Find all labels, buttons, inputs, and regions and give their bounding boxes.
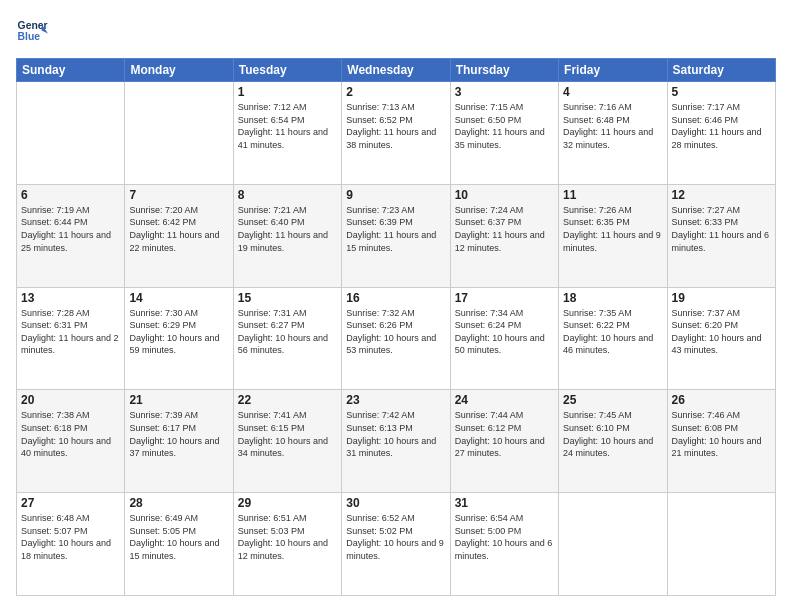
calendar-cell: 6Sunrise: 7:19 AM Sunset: 6:44 PM Daylig…	[17, 184, 125, 287]
calendar-cell: 12Sunrise: 7:27 AM Sunset: 6:33 PM Dayli…	[667, 184, 775, 287]
calendar-cell: 15Sunrise: 7:31 AM Sunset: 6:27 PM Dayli…	[233, 287, 341, 390]
day-number: 13	[21, 291, 120, 305]
calendar-cell: 28Sunrise: 6:49 AM Sunset: 5:05 PM Dayli…	[125, 493, 233, 596]
cell-content: Sunrise: 7:32 AM Sunset: 6:26 PM Dayligh…	[346, 307, 445, 357]
cell-content: Sunrise: 7:20 AM Sunset: 6:42 PM Dayligh…	[129, 204, 228, 254]
day-number: 23	[346, 393, 445, 407]
calendar-cell	[559, 493, 667, 596]
cell-content: Sunrise: 7:34 AM Sunset: 6:24 PM Dayligh…	[455, 307, 554, 357]
day-number: 14	[129, 291, 228, 305]
calendar-cell: 2Sunrise: 7:13 AM Sunset: 6:52 PM Daylig…	[342, 82, 450, 185]
day-number: 21	[129, 393, 228, 407]
cell-content: Sunrise: 7:15 AM Sunset: 6:50 PM Dayligh…	[455, 101, 554, 151]
header: GeneralBlue	[16, 16, 776, 48]
calendar-cell: 7Sunrise: 7:20 AM Sunset: 6:42 PM Daylig…	[125, 184, 233, 287]
calendar-cell: 3Sunrise: 7:15 AM Sunset: 6:50 PM Daylig…	[450, 82, 558, 185]
calendar-cell: 22Sunrise: 7:41 AM Sunset: 6:15 PM Dayli…	[233, 390, 341, 493]
day-number: 3	[455, 85, 554, 99]
day-number: 6	[21, 188, 120, 202]
cell-content: Sunrise: 6:54 AM Sunset: 5:00 PM Dayligh…	[455, 512, 554, 562]
cell-content: Sunrise: 7:38 AM Sunset: 6:18 PM Dayligh…	[21, 409, 120, 459]
week-row-3: 13Sunrise: 7:28 AM Sunset: 6:31 PM Dayli…	[17, 287, 776, 390]
cell-content: Sunrise: 7:16 AM Sunset: 6:48 PM Dayligh…	[563, 101, 662, 151]
cell-content: Sunrise: 7:41 AM Sunset: 6:15 PM Dayligh…	[238, 409, 337, 459]
cell-content: Sunrise: 7:21 AM Sunset: 6:40 PM Dayligh…	[238, 204, 337, 254]
weekday-header-row: SundayMondayTuesdayWednesdayThursdayFrid…	[17, 59, 776, 82]
week-row-5: 27Sunrise: 6:48 AM Sunset: 5:07 PM Dayli…	[17, 493, 776, 596]
week-row-1: 1Sunrise: 7:12 AM Sunset: 6:54 PM Daylig…	[17, 82, 776, 185]
cell-content: Sunrise: 7:17 AM Sunset: 6:46 PM Dayligh…	[672, 101, 771, 151]
logo-icon: GeneralBlue	[16, 16, 48, 48]
calendar-cell	[17, 82, 125, 185]
day-number: 7	[129, 188, 228, 202]
day-number: 31	[455, 496, 554, 510]
weekday-header-monday: Monday	[125, 59, 233, 82]
cell-content: Sunrise: 7:23 AM Sunset: 6:39 PM Dayligh…	[346, 204, 445, 254]
calendar-cell: 17Sunrise: 7:34 AM Sunset: 6:24 PM Dayli…	[450, 287, 558, 390]
day-number: 20	[21, 393, 120, 407]
calendar-cell	[667, 493, 775, 596]
day-number: 2	[346, 85, 445, 99]
day-number: 5	[672, 85, 771, 99]
day-number: 9	[346, 188, 445, 202]
cell-content: Sunrise: 7:12 AM Sunset: 6:54 PM Dayligh…	[238, 101, 337, 151]
weekday-header-wednesday: Wednesday	[342, 59, 450, 82]
cell-content: Sunrise: 6:48 AM Sunset: 5:07 PM Dayligh…	[21, 512, 120, 562]
svg-text:Blue: Blue	[18, 31, 41, 42]
cell-content: Sunrise: 7:46 AM Sunset: 6:08 PM Dayligh…	[672, 409, 771, 459]
calendar-cell: 31Sunrise: 6:54 AM Sunset: 5:00 PM Dayli…	[450, 493, 558, 596]
weekday-header-tuesday: Tuesday	[233, 59, 341, 82]
day-number: 12	[672, 188, 771, 202]
calendar-cell: 14Sunrise: 7:30 AM Sunset: 6:29 PM Dayli…	[125, 287, 233, 390]
calendar-cell: 19Sunrise: 7:37 AM Sunset: 6:20 PM Dayli…	[667, 287, 775, 390]
cell-content: Sunrise: 7:45 AM Sunset: 6:10 PM Dayligh…	[563, 409, 662, 459]
calendar-cell: 27Sunrise: 6:48 AM Sunset: 5:07 PM Dayli…	[17, 493, 125, 596]
calendar-cell: 25Sunrise: 7:45 AM Sunset: 6:10 PM Dayli…	[559, 390, 667, 493]
day-number: 16	[346, 291, 445, 305]
day-number: 27	[21, 496, 120, 510]
weekday-header-sunday: Sunday	[17, 59, 125, 82]
day-number: 24	[455, 393, 554, 407]
calendar-cell: 30Sunrise: 6:52 AM Sunset: 5:02 PM Dayli…	[342, 493, 450, 596]
calendar-cell: 16Sunrise: 7:32 AM Sunset: 6:26 PM Dayli…	[342, 287, 450, 390]
day-number: 28	[129, 496, 228, 510]
calendar-cell: 8Sunrise: 7:21 AM Sunset: 6:40 PM Daylig…	[233, 184, 341, 287]
cell-content: Sunrise: 7:42 AM Sunset: 6:13 PM Dayligh…	[346, 409, 445, 459]
day-number: 29	[238, 496, 337, 510]
day-number: 4	[563, 85, 662, 99]
cell-content: Sunrise: 6:51 AM Sunset: 5:03 PM Dayligh…	[238, 512, 337, 562]
calendar-cell: 4Sunrise: 7:16 AM Sunset: 6:48 PM Daylig…	[559, 82, 667, 185]
weekday-header-friday: Friday	[559, 59, 667, 82]
cell-content: Sunrise: 7:27 AM Sunset: 6:33 PM Dayligh…	[672, 204, 771, 254]
day-number: 30	[346, 496, 445, 510]
calendar-cell: 5Sunrise: 7:17 AM Sunset: 6:46 PM Daylig…	[667, 82, 775, 185]
calendar-cell: 23Sunrise: 7:42 AM Sunset: 6:13 PM Dayli…	[342, 390, 450, 493]
cell-content: Sunrise: 6:49 AM Sunset: 5:05 PM Dayligh…	[129, 512, 228, 562]
cell-content: Sunrise: 7:24 AM Sunset: 6:37 PM Dayligh…	[455, 204, 554, 254]
cell-content: Sunrise: 7:13 AM Sunset: 6:52 PM Dayligh…	[346, 101, 445, 151]
week-row-2: 6Sunrise: 7:19 AM Sunset: 6:44 PM Daylig…	[17, 184, 776, 287]
page: GeneralBlue SundayMondayTuesdayWednesday…	[0, 0, 792, 612]
day-number: 15	[238, 291, 337, 305]
day-number: 25	[563, 393, 662, 407]
day-number: 22	[238, 393, 337, 407]
cell-content: Sunrise: 7:30 AM Sunset: 6:29 PM Dayligh…	[129, 307, 228, 357]
calendar-cell	[125, 82, 233, 185]
calendar-cell: 13Sunrise: 7:28 AM Sunset: 6:31 PM Dayli…	[17, 287, 125, 390]
day-number: 11	[563, 188, 662, 202]
cell-content: Sunrise: 6:52 AM Sunset: 5:02 PM Dayligh…	[346, 512, 445, 562]
cell-content: Sunrise: 7:28 AM Sunset: 6:31 PM Dayligh…	[21, 307, 120, 357]
calendar-cell: 18Sunrise: 7:35 AM Sunset: 6:22 PM Dayli…	[559, 287, 667, 390]
calendar-cell: 26Sunrise: 7:46 AM Sunset: 6:08 PM Dayli…	[667, 390, 775, 493]
day-number: 26	[672, 393, 771, 407]
calendar-cell: 11Sunrise: 7:26 AM Sunset: 6:35 PM Dayli…	[559, 184, 667, 287]
calendar-cell: 24Sunrise: 7:44 AM Sunset: 6:12 PM Dayli…	[450, 390, 558, 493]
calendar-table: SundayMondayTuesdayWednesdayThursdayFrid…	[16, 58, 776, 596]
cell-content: Sunrise: 7:19 AM Sunset: 6:44 PM Dayligh…	[21, 204, 120, 254]
calendar-cell: 1Sunrise: 7:12 AM Sunset: 6:54 PM Daylig…	[233, 82, 341, 185]
day-number: 19	[672, 291, 771, 305]
cell-content: Sunrise: 7:37 AM Sunset: 6:20 PM Dayligh…	[672, 307, 771, 357]
weekday-header-saturday: Saturday	[667, 59, 775, 82]
cell-content: Sunrise: 7:44 AM Sunset: 6:12 PM Dayligh…	[455, 409, 554, 459]
cell-content: Sunrise: 7:35 AM Sunset: 6:22 PM Dayligh…	[563, 307, 662, 357]
